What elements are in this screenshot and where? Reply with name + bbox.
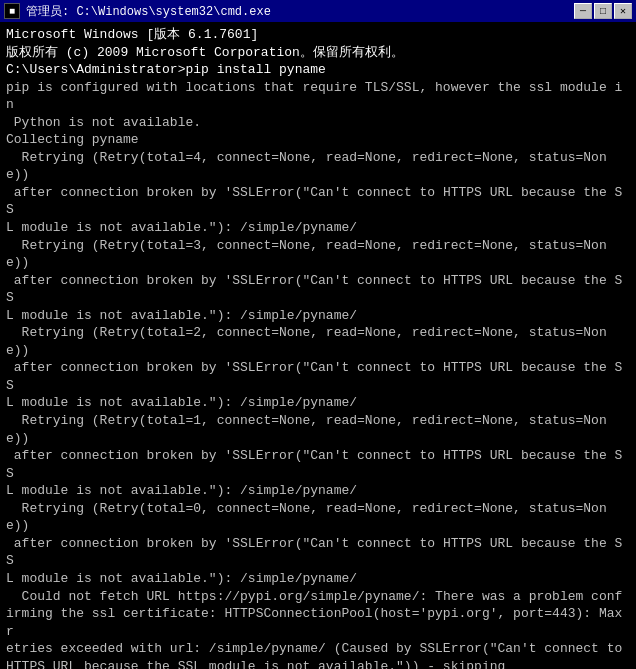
title-bar: ■ 管理员: C:\Windows\system32\cmd.exe ─ □ ✕ — [0, 0, 636, 22]
terminal-line: Retrying (Retry(total=0, connect=None, r… — [6, 500, 630, 535]
terminal-line: after connection broken by 'SSLError("Ca… — [6, 447, 630, 482]
terminal-line: irming the ssl certificate: HTTPSConnect… — [6, 605, 630, 640]
terminal-line: C:\Users\Administrator>pip install pynam… — [6, 61, 630, 79]
terminal-line: Python is not available. — [6, 114, 630, 132]
terminal-line: after connection broken by 'SSLError("Ca… — [6, 272, 630, 307]
terminal-line: Microsoft Windows [版本 6.1.7601] — [6, 26, 630, 44]
terminal-line: Retrying (Retry(total=1, connect=None, r… — [6, 412, 630, 447]
terminal-line: L module is not available."): /simple/py… — [6, 394, 630, 412]
terminal-line: after connection broken by 'SSLError("Ca… — [6, 359, 630, 394]
terminal-line: L module is not available."): /simple/py… — [6, 570, 630, 588]
terminal-line: pip is configured with locations that re… — [6, 79, 630, 114]
terminal-line: 版权所有 (c) 2009 Microsoft Corporation。保留所有… — [6, 44, 630, 62]
terminal-line: etries exceeded with url: /simple/pyname… — [6, 640, 630, 658]
close-button[interactable]: ✕ — [614, 3, 632, 19]
terminal-line: L module is not available."): /simple/py… — [6, 482, 630, 500]
maximize-button[interactable]: □ — [594, 3, 612, 19]
terminal-line: HTTPS URL because the SSL module is not … — [6, 658, 630, 669]
title-bar-title: 管理员: C:\Windows\system32\cmd.exe — [26, 3, 271, 20]
terminal-line: Retrying (Retry(total=2, connect=None, r… — [6, 324, 630, 359]
terminal-line: after connection broken by 'SSLError("Ca… — [6, 535, 630, 570]
minimize-button[interactable]: ─ — [574, 3, 592, 19]
terminal: Microsoft Windows [版本 6.1.7601]版权所有 (c) … — [0, 22, 636, 669]
terminal-line: Retrying (Retry(total=4, connect=None, r… — [6, 149, 630, 184]
terminal-line: Retrying (Retry(total=3, connect=None, r… — [6, 237, 630, 272]
terminal-line: L module is not available."): /simple/py… — [6, 307, 630, 325]
title-bar-icon: ■ — [4, 3, 20, 19]
terminal-line: Collecting pyname — [6, 131, 630, 149]
terminal-line: Could not fetch URL https://pypi.org/sim… — [6, 588, 630, 606]
terminal-line: after connection broken by 'SSLError("Ca… — [6, 184, 630, 219]
terminal-line: L module is not available."): /simple/py… — [6, 219, 630, 237]
